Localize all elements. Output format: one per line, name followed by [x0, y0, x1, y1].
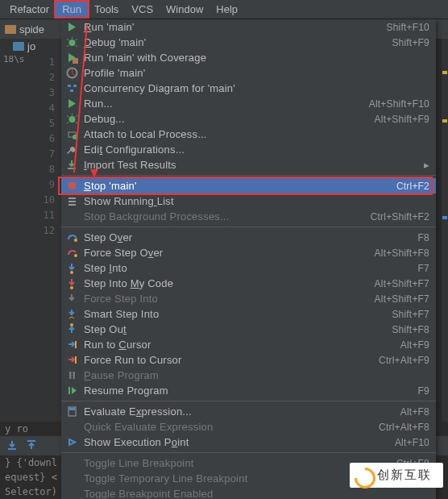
menu-window[interactable]: Window: [160, 2, 209, 17]
shortcut-label: Alt+Shift+F8: [375, 247, 429, 259]
menu-item-label: Force Step Into: [84, 293, 375, 305]
menu-separator: [61, 401, 436, 401]
line-number[interactable]: 1: [13, 55, 58, 70]
menu-item-label: Profile 'main': [84, 67, 429, 79]
menu-item-step-into-my-code[interactable]: Step Into My CodeAlt+Shift+F7: [61, 276, 436, 291]
menu-item-show-running-list[interactable]: Show Running List: [61, 193, 436, 209]
upload-icon[interactable]: [26, 440, 37, 451]
svg-point-12: [74, 254, 77, 257]
menu-vcs[interactable]: VCS: [125, 2, 160, 17]
menu-item-stop-main[interactable]: Stop 'main'Ctrl+F2: [61, 178, 436, 193]
svg-rect-22: [69, 408, 75, 410]
menu-item-force-step-over[interactable]: Force Step OverAlt+Shift+F8: [61, 245, 436, 260]
menu-item-force-run-to-cursor[interactable]: Force Run to CursorCtrl+Alt+F9: [61, 352, 436, 368]
shortcut-label: Shift+F9: [392, 37, 429, 48]
resume-icon: [64, 384, 79, 398]
menu-item-import-test-results[interactable]: Import Test Results▸: [61, 157, 436, 173]
shortcut-label: F7: [418, 263, 429, 274]
force-over-icon: [64, 246, 79, 260]
line-number[interactable]: 12: [13, 223, 58, 239]
shortcut-label: Alt+Shift+F7: [375, 278, 429, 289]
shortcut-label: Alt+Shift+F9: [375, 114, 429, 125]
line-number[interactable]: 4: [13, 101, 58, 116]
menu-item-label: Step Into My Code: [84, 277, 375, 289]
menu-item-debug[interactable]: Debug...Alt+Shift+F9: [61, 111, 436, 127]
line-number[interactable]: 10: [13, 193, 58, 208]
menu-item-show-execution-point[interactable]: Show Execution PointAlt+F10: [61, 435, 436, 450]
shortcut-label: Shift+F8: [392, 324, 429, 335]
menu-item-label: Pause Program: [84, 369, 429, 381]
line-number[interactable]: 2: [13, 70, 58, 85]
menu-tools[interactable]: Tools: [88, 2, 125, 17]
menu-item-step-out[interactable]: Step OutShift+F8: [61, 322, 436, 337]
menu-item-evaluate-expression[interactable]: Evaluate Expression...Alt+F8: [61, 404, 436, 419]
list-icon: [64, 194, 79, 209]
menu-item-label: Run 'main': [84, 21, 387, 33]
play-green-icon: [64, 97, 79, 111]
menu-item-label: Step Out: [84, 323, 392, 335]
svg-rect-1: [73, 58, 78, 64]
menu-item-run-main[interactable]: Run 'main'Shift+F10: [61, 19, 436, 35]
profile-icon: [64, 66, 79, 81]
menu-item-concurrency-diagram-for-main[interactable]: Concurrency Diagram for 'main': [61, 81, 436, 96]
menu-item-force-step-into: Force Step IntoAlt+Shift+F7: [61, 291, 436, 306]
svg-rect-17: [75, 356, 77, 364]
svg-rect-10: [68, 182, 76, 189]
pause-icon: [64, 368, 79, 383]
line-number[interactable]: 5: [13, 116, 58, 131]
menu-item-run-main-with-coverage[interactable]: Run 'main' with Coverage: [61, 50, 436, 65]
menu-run[interactable]: Run: [56, 2, 88, 17]
line-number[interactable]: 11: [13, 208, 58, 223]
menu-item-smart-step-into[interactable]: Smart Step IntoShift+F7: [61, 306, 436, 322]
marker[interactable]: [442, 119, 447, 123]
menu-item-label: Step Into: [84, 262, 418, 274]
menu-item-label: Evaluate Expression...: [84, 405, 400, 418]
svg-rect-18: [69, 372, 72, 379]
line-number[interactable]: 9: [13, 177, 58, 193]
menu-item-attach-to-local-process[interactable]: Attach to Local Process...: [61, 127, 436, 142]
calc-icon: [64, 405, 79, 419]
menu-item-label: Quick Evaluate Expression: [84, 421, 379, 433]
menu-item-label: Force Step Over: [84, 247, 375, 259]
svg-point-14: [70, 286, 73, 289]
menu-item-resume-program[interactable]: Resume ProgramF9: [61, 383, 436, 398]
marker[interactable]: [442, 216, 447, 219]
blank-icon: [64, 472, 79, 486]
menu-item-step-over[interactable]: Step OverF8: [61, 230, 436, 245]
shortcut-label: Ctrl+Alt+F8: [379, 422, 429, 433]
marker[interactable]: [442, 71, 447, 74]
menu-item-run[interactable]: Run...Alt+Shift+F10: [61, 96, 436, 111]
smart-into-icon: [64, 307, 79, 322]
menu-item-step-into[interactable]: Step IntoF7: [61, 260, 436, 276]
line-number[interactable]: 6: [13, 131, 58, 147]
line-number[interactable]: 7: [13, 147, 58, 162]
line-number[interactable]: 3: [13, 85, 58, 101]
folder-icon: [5, 25, 16, 34]
blank-icon: [64, 210, 79, 224]
menu-separator: [61, 452, 436, 453]
svg-point-0: [68, 40, 75, 46]
shortcut-label: F9: [418, 385, 429, 397]
breadcrumb-project[interactable]: spide: [19, 23, 44, 35]
project-file-row[interactable]: jo: [0, 39, 64, 54]
menu-item-debug-main[interactable]: Debug 'main'Shift+F9: [61, 35, 436, 50]
menu-refactor[interactable]: Refactor: [3, 2, 56, 17]
shortcut-label: Shift+F7: [392, 309, 429, 320]
svg-point-15: [70, 323, 73, 326]
svg-rect-4: [73, 85, 77, 87]
menu-item-label: Resume Program: [84, 385, 418, 397]
menu-item-quick-evaluate-expression: Quick Evaluate ExpressionCtrl+Alt+F8: [61, 419, 436, 435]
menu-item-edit-configurations[interactable]: Edit Configurations...: [61, 142, 436, 157]
force-cursor-icon: [64, 353, 79, 368]
menu-item-label: Toggle Temporary Line Breakpoint: [84, 472, 353, 484]
download-icon[interactable]: [6, 440, 18, 451]
project-file-label: jo: [27, 40, 35, 52]
menu-item-profile-main[interactable]: Profile 'main': [61, 65, 436, 81]
line-number[interactable]: 8: [13, 162, 58, 177]
menu-item-run-to-cursor[interactable]: Run to CursorAlt+F9: [61, 337, 436, 352]
menu-help[interactable]: Help: [209, 2, 244, 17]
svg-point-6: [68, 116, 75, 123]
run-menu-popup: Run 'main'Shift+F10Debug 'main'Shift+F9R…: [61, 19, 436, 499]
shortcut-label: Ctrl+Shift+F2: [371, 211, 429, 222]
menu-item-label: Show Running List: [84, 195, 429, 207]
